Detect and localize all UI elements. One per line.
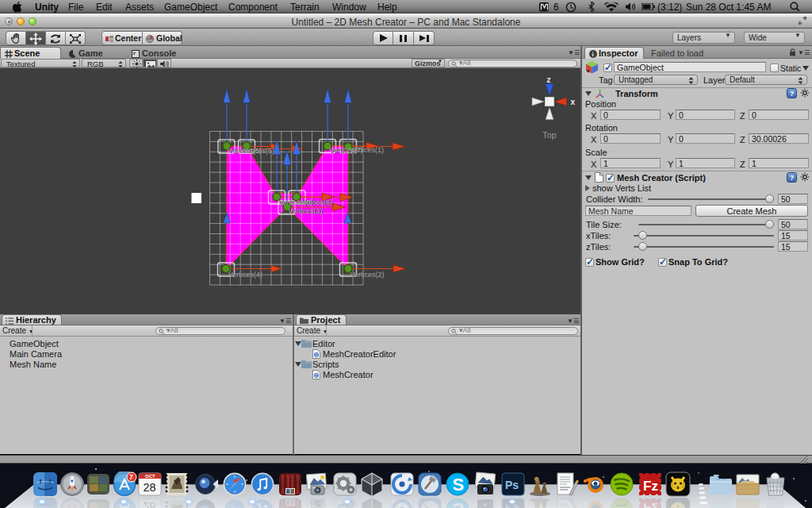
svg-text:Top: Top bbox=[542, 130, 557, 140]
svg-text:Ps: Ps bbox=[505, 479, 519, 491]
svg-text:7: 7 bbox=[129, 473, 133, 481]
svg-text:Vertices(2): Vertices(2) bbox=[350, 271, 385, 279]
svg-text:z: z bbox=[547, 75, 551, 84]
svg-text:x: x bbox=[571, 98, 576, 106]
svg-text:Vertices(8): Vertices(8) bbox=[298, 198, 332, 206]
svg-text:Fz: Fz bbox=[643, 500, 658, 508]
svg-text:OCT: OCT bbox=[145, 474, 155, 479]
svg-text:Vertices(6): Vertices(6) bbox=[240, 147, 274, 155]
svg-text:Vertices(4): Vertices(4) bbox=[228, 271, 262, 279]
svg-text:28: 28 bbox=[144, 500, 156, 508]
svg-text:Vertices(1): Vertices(1) bbox=[350, 146, 384, 154]
svg-text:28: 28 bbox=[144, 481, 156, 494]
svg-text:Fz: Fz bbox=[643, 479, 658, 494]
svg-text:Ps: Ps bbox=[505, 502, 519, 508]
svg-text:S: S bbox=[453, 499, 465, 508]
svg-text:S: S bbox=[453, 475, 465, 495]
svg-text:Vertices(3): Vertices(3) bbox=[289, 207, 323, 215]
